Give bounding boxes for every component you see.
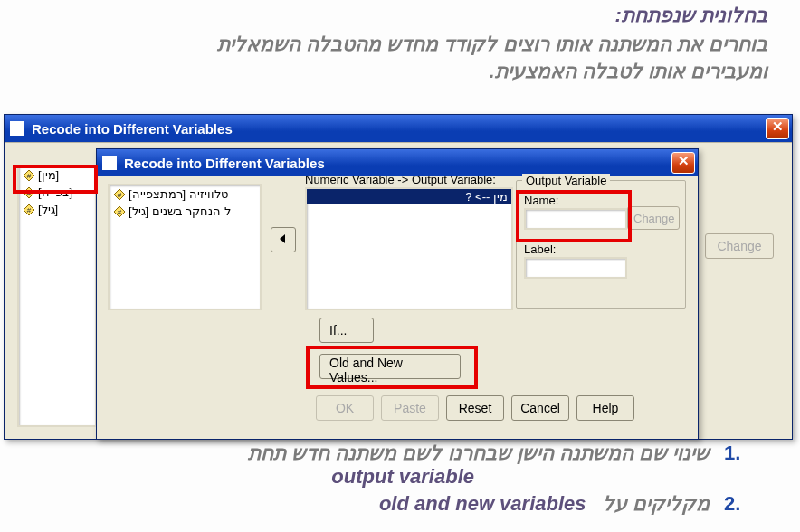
list-item[interactable]: ל הנחקר בשנים [גיל] # xyxy=(110,203,260,220)
step-1: .1 שינוי שם המשתנה הישן שבחרנו לשם משתנה… xyxy=(0,440,773,490)
back-titlebar[interactable]: Recode into Different Variables ✕ xyxy=(5,115,792,142)
output-label-field[interactable] xyxy=(524,257,627,279)
numeric-icon: # xyxy=(23,186,35,199)
list-item[interactable]: [צפייה] # xyxy=(19,184,95,201)
close-icon[interactable]: ✕ xyxy=(671,152,695,174)
paste-button[interactable]: Paste xyxy=(381,395,439,421)
if-button[interactable]: If... xyxy=(319,318,374,343)
step-2: .2 מקליקים על old and new variables xyxy=(0,490,773,518)
numeric-icon: # xyxy=(113,188,126,201)
step-2-text-b: old and new variables xyxy=(379,492,586,515)
io-selected-row[interactable]: מין --> ? xyxy=(307,189,511,204)
cancel-button[interactable]: Cancel xyxy=(511,395,569,421)
list-item-label: ל הנחקר בשנים [גיל] xyxy=(129,204,231,218)
svg-text:#: # xyxy=(27,172,32,180)
output-label-label: Label: xyxy=(524,242,556,256)
numeric-icon: # xyxy=(113,205,126,218)
front-window: Recode into Different Variables ✕ טלוויז… xyxy=(96,148,699,440)
list-item-label: [גיל] xyxy=(38,203,58,216)
step-1-text-a: שינוי שם המשתנה הישן שבחרנו לשם משתנה חד… xyxy=(248,442,710,464)
old-new-values-button[interactable]: Old and New Values... xyxy=(319,354,461,379)
svg-text:#: # xyxy=(27,189,32,197)
list-item[interactable]: טלוויזיה [רמתצפייה] # xyxy=(110,185,260,203)
help-button[interactable]: Help xyxy=(576,395,634,421)
list-item-label: [מין] xyxy=(38,168,59,182)
back-change-button[interactable]: Change xyxy=(705,233,774,259)
intro-line-3: ומעבירים אותו לטבלה האמצעית. xyxy=(45,58,767,85)
system-icon xyxy=(10,121,24,136)
svg-text:#: # xyxy=(118,208,122,216)
step-2-number: .2 xyxy=(724,492,773,516)
back-variable-list[interactable]: [מין] # [צפייה] # [גיל] # xyxy=(17,165,97,427)
output-name-label: Name: xyxy=(524,194,558,207)
dialog-button-row: OK Paste Reset Cancel Help xyxy=(316,395,634,421)
list-item[interactable]: [מין] # xyxy=(19,166,95,184)
svg-text:#: # xyxy=(118,191,122,199)
step-2-text-a: מקליקים על xyxy=(603,492,710,515)
back-title: Recode into Different Variables xyxy=(32,121,233,137)
numeric-icon: # xyxy=(23,204,35,216)
list-item[interactable]: [גיל] # xyxy=(19,201,95,218)
arrow-left-icon xyxy=(278,233,289,247)
numeric-icon: # xyxy=(23,169,35,182)
step-1-text-b: output variable xyxy=(331,465,710,488)
front-title: Recode into Different Variables xyxy=(124,156,325,171)
output-variable-group: Output Variable Name: Change Label: xyxy=(516,180,686,309)
close-icon[interactable]: ✕ xyxy=(766,118,789,139)
ok-button[interactable]: OK xyxy=(316,395,374,421)
io-listbox[interactable]: מין --> ? xyxy=(305,187,513,310)
svg-marker-10 xyxy=(280,234,285,243)
intro-line-1: בחלונית שנפתחת: xyxy=(45,4,767,27)
intro-line-2: בוחרים את המשתנה אותו רוצים לקודד מחדש מ… xyxy=(45,31,767,58)
output-name-field[interactable] xyxy=(524,208,627,230)
io-label: Numeric Variable -> Output Variable: xyxy=(305,173,496,186)
output-group-title: Output Variable xyxy=(522,174,610,187)
system-icon xyxy=(102,156,117,170)
list-item-label: טלוויזיה [רמתצפייה] xyxy=(129,187,228,201)
list-item-label: [צפייה] xyxy=(38,185,72,199)
step-1-number: .1 xyxy=(724,442,773,465)
move-button[interactable] xyxy=(271,227,296,252)
svg-text:#: # xyxy=(27,206,32,214)
front-variable-list[interactable]: טלוויזיה [רמתצפייה] # ל הנחקר בשנים [גיל… xyxy=(108,184,262,310)
output-change-button[interactable]: Change xyxy=(627,206,680,230)
reset-button[interactable]: Reset xyxy=(446,395,504,421)
